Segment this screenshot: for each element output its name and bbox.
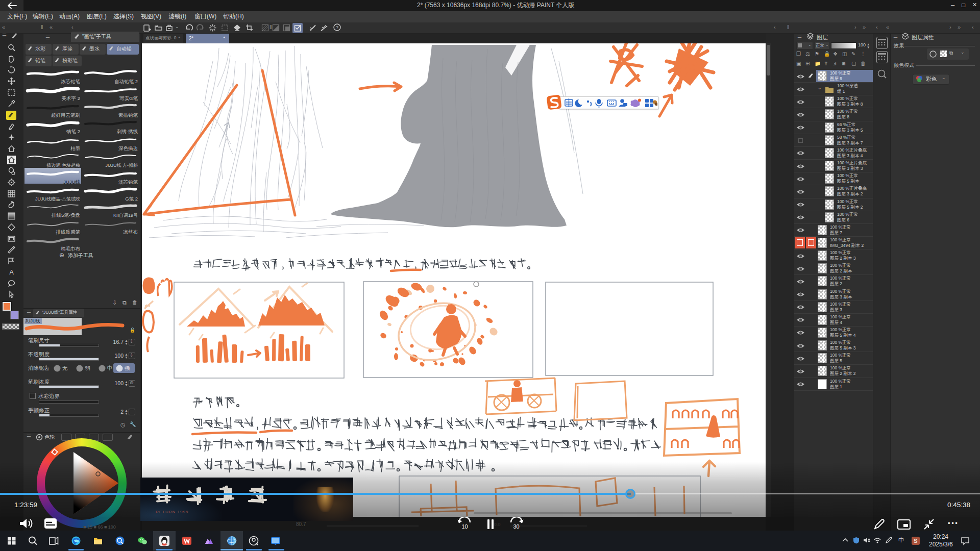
svg-text:A: A (9, 268, 14, 276)
svg-text:10: 10 (461, 523, 468, 530)
svg-text:?: ? (336, 25, 338, 30)
svg-text:30: 30 (513, 523, 519, 530)
